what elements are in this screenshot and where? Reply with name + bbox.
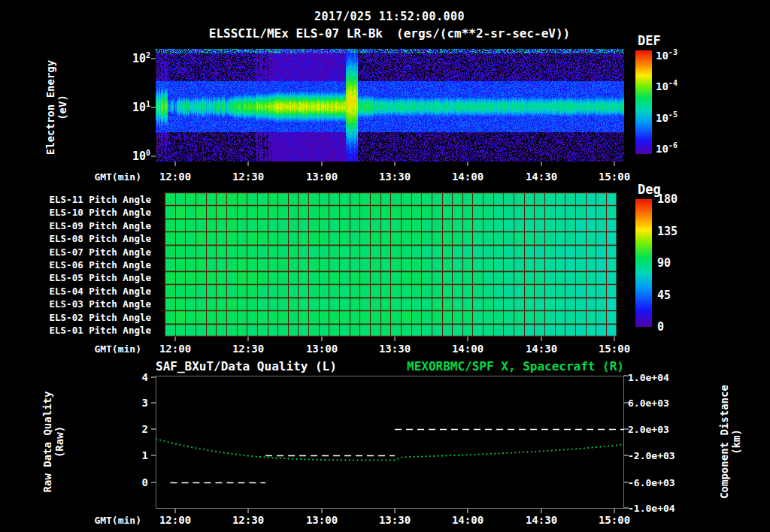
colorbar2-tick: 90	[657, 256, 671, 270]
colorbar1-tick: 10-4	[656, 80, 678, 92]
time-axis-label: GMT(min)	[94, 171, 141, 183]
panel3-left-tick: 2	[142, 423, 148, 435]
colorbar2-tick: 135	[657, 225, 678, 238]
colorbar2-tick: 0	[657, 320, 664, 334]
time-tick-label: 12:30	[232, 343, 264, 355]
time-tick-label: 13:00	[306, 514, 338, 526]
time-tick-label: 13:00	[306, 343, 338, 355]
time-axis-label: GMT(min)	[94, 343, 141, 355]
time-tick-label: 14:00	[452, 514, 484, 526]
panel2-row-label: ELS-03 Pitch Angle	[50, 298, 151, 310]
electron-spectrogram-canvas	[156, 49, 624, 162]
panel3-left-tick: 1	[142, 449, 148, 461]
spectrogram-viewer: 2017/025 11:52:00.000 ELSSCIL/MEx ELS-07…	[0, 0, 770, 532]
units-title: (ergs/(cm**2-sr-sec-eV))	[396, 26, 570, 41]
panel3-left-tick: 0	[142, 476, 148, 488]
time-axis-row-3: GMT(min) 12:00 12:30 13:00 13:30 14:00 1…	[0, 514, 770, 527]
panel3-right-y-axis-label-line2: (km)	[730, 382, 742, 502]
panel2-row-label: ELS-02 Pitch Angle	[50, 312, 151, 323]
time-tick-label: 12:00	[159, 171, 191, 183]
panel2-row-label: ELS-05 Pitch Angle	[50, 272, 151, 283]
time-axis-label: GMT(min)	[94, 515, 141, 526]
panel3-left-y-axis-label-line2: (Raw)	[53, 382, 65, 502]
deg-colorbar	[635, 199, 652, 327]
time-tick-label: 12:30	[232, 171, 264, 183]
instrument-title: ELSSCIL/MEx ELS-07 LR-Bk	[209, 26, 383, 41]
colorbar1-tick: 10-6	[656, 143, 678, 155]
panel3-right-y-axis-label-line1: Component Distance	[718, 382, 730, 502]
panel3-left-tick: 4	[142, 371, 148, 383]
time-tick-label: 13:00	[306, 171, 338, 183]
panel3-left-y-axis-label: Raw Data Quality (Raw)	[41, 382, 67, 502]
panel3-right-tick: -1.0e+04	[628, 503, 675, 514]
colorbar1-tick: 10-3	[656, 50, 678, 62]
time-tick-label: 12:00	[159, 514, 191, 526]
time-tick-label: 12:00	[159, 343, 191, 355]
time-axis-row-2: GMT(min) 12:00 12:30 13:00 13:30 14:00 1…	[0, 343, 770, 355]
panel3-right-tick: -2.0e+03	[628, 450, 675, 461]
panel2-row-label: ELS-11 Pitch Angle	[50, 194, 151, 205]
colorbar2-tick: 180	[657, 192, 678, 206]
panel3-right-tick: -6.0e+03	[628, 477, 675, 488]
time-tick-label: 13:30	[379, 343, 411, 355]
panel2-row-label: ELS-08 Pitch Angle	[50, 233, 151, 244]
panel2-row-label: ELS-01 Pitch Angle	[50, 325, 151, 336]
panel1-y-tick: 101	[132, 101, 150, 114]
panel1-y-axis-label-line1: Electron Energy	[44, 47, 56, 168]
panel1-y-tick: 102	[132, 52, 150, 65]
panel1-y-axis-label-line2: (eV)	[56, 47, 68, 168]
time-tick-label: 13:30	[379, 171, 411, 183]
time-tick-label: 14:30	[526, 343, 557, 355]
panel3-right-series-title: MEXORBMC/SPF X, Spacecraft (R)	[407, 359, 624, 373]
colorbar1-tick: 10-5	[656, 112, 678, 124]
panel3-left-tick: 3	[142, 397, 148, 409]
time-tick-label: 14:00	[452, 171, 484, 183]
time-tick-label: 15:00	[599, 171, 630, 183]
time-tick-label: 15:00	[599, 343, 630, 355]
panel3-left-y-axis-label-line1: Raw Data Quality	[41, 382, 53, 502]
time-tick-label: 13:30	[379, 514, 411, 526]
panel3-left-series-title: SAF_BXuT/Data Quality (L)	[156, 359, 337, 373]
panel1-y-tick: 100	[132, 150, 150, 163]
line-plot-canvas	[156, 376, 624, 509]
time-tick-label: 12:30	[232, 514, 264, 526]
panel2-row-label: ELS-10 Pitch Angle	[50, 207, 151, 218]
colorbar1-title: DEF	[638, 33, 661, 48]
panel2-row-label: ELS-06 Pitch Angle	[50, 259, 151, 271]
panel2-row-label: ELS-04 Pitch Angle	[50, 286, 151, 297]
panel3-right-tick: 2.0e+03	[628, 424, 669, 435]
panel3-right-tick: 6.0e+03	[628, 397, 669, 409]
pitch-angle-canvas	[156, 192, 624, 337]
panel1-y-axis-label: Electron Energy (eV)	[44, 47, 70, 168]
colorbar2-tick: 45	[657, 289, 671, 302]
date-title: 2017/025 11:52:00.000	[11, 10, 768, 23]
def-colorbar	[635, 50, 652, 154]
panel3-right-y-axis-label: Component Distance (km)	[718, 382, 744, 502]
panel3-right-tick: 1.0e+04	[628, 372, 669, 383]
time-tick-label: 14:30	[526, 514, 557, 526]
time-tick-label: 14:30	[526, 171, 557, 183]
time-tick-label: 15:00	[599, 514, 630, 526]
panel2-row-label: ELS-07 Pitch Angle	[50, 246, 151, 258]
time-tick-label: 14:00	[452, 343, 484, 355]
panel2-row-label: ELS-09 Pitch Angle	[50, 220, 151, 231]
